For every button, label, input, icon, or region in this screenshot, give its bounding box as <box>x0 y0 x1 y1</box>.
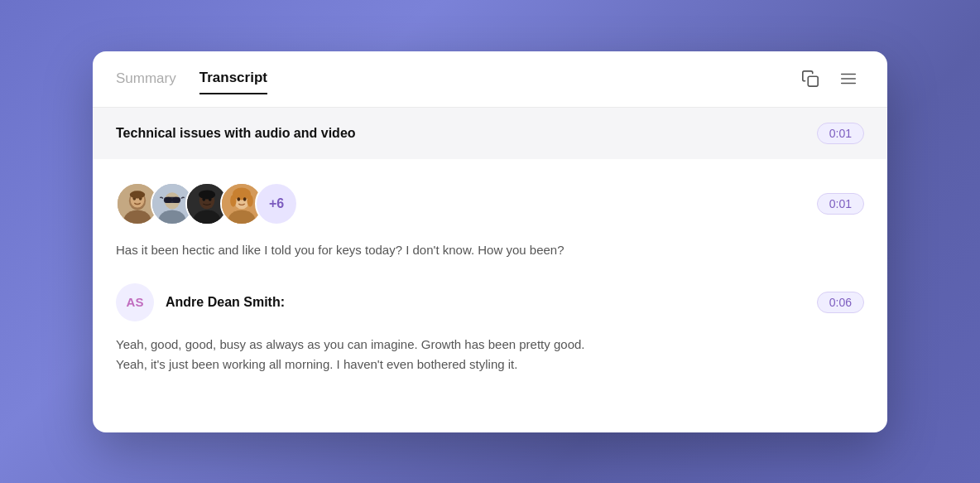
tab-bar: Summary Transcript <box>93 51 887 108</box>
content-area: +6 0:01 Has it been hectic and like I to… <box>93 159 887 432</box>
svg-point-16 <box>172 196 180 202</box>
svg-point-28 <box>247 194 252 206</box>
named-speaker-left: AS Andre Dean Smith: <box>116 283 285 321</box>
svg-rect-0 <box>808 76 818 86</box>
named-speaker-name: Andre Dean Smith: <box>166 295 285 310</box>
named-speaker-speech: Yeah, good, good, busy as always as you … <box>116 335 864 391</box>
copy-icon <box>801 70 819 88</box>
speaker-group-speech: Has it been hectic and like I told you f… <box>116 240 864 260</box>
menu-button[interactable] <box>833 63 864 94</box>
speaker-group-row: +6 0:01 <box>116 182 864 225</box>
svg-point-10 <box>130 191 145 198</box>
main-card: Summary Transcript Technical issues with… <box>93 51 887 432</box>
avatar-group: +6 <box>116 182 298 225</box>
topic-banner: Technical issues with audio and video 0:… <box>93 108 887 159</box>
menu-icon <box>839 70 858 88</box>
avatar-more: +6 <box>255 182 298 225</box>
svg-point-15 <box>165 196 172 202</box>
copy-button[interactable] <box>795 63 826 94</box>
named-speaker-timestamp: 0:06 <box>817 292 864 313</box>
svg-point-30 <box>243 197 247 201</box>
topic-timestamp: 0:01 <box>817 123 864 144</box>
tab-transcript[interactable]: Transcript <box>199 63 267 94</box>
named-avatar: AS <box>116 283 154 321</box>
svg-point-22 <box>199 190 215 199</box>
named-speaker-row: AS Andre Dean Smith: 0:06 <box>116 283 864 321</box>
svg-point-27 <box>230 194 236 206</box>
speakers-timestamp: 0:01 <box>817 193 864 215</box>
topic-title: Technical issues with audio and video <box>116 126 356 141</box>
tab-summary[interactable]: Summary <box>116 64 176 94</box>
svg-point-29 <box>237 197 240 201</box>
